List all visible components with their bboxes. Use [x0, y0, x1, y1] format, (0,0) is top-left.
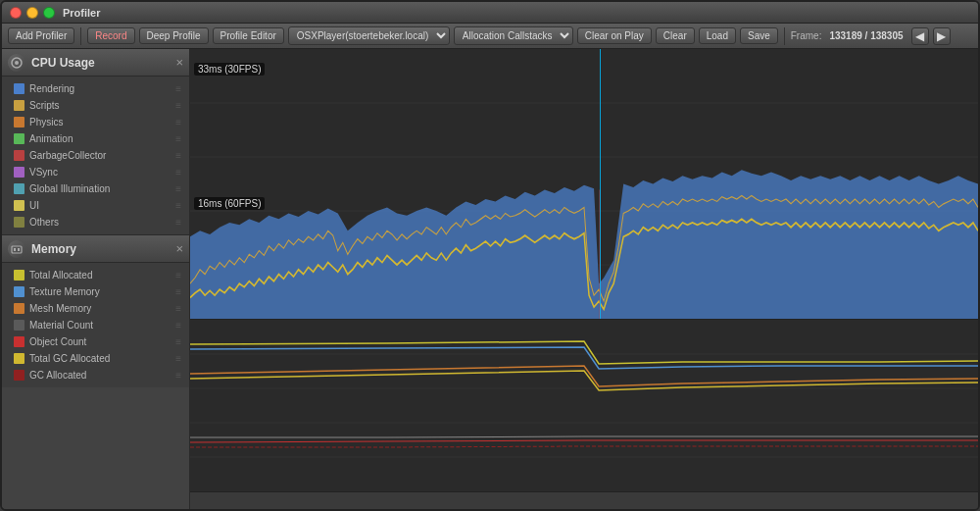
cpu-legend-item-gc[interactable]: GarbageCollector ≡: [2, 147, 189, 164]
cpu-legend-item-scripts[interactable]: Scripts ≡: [2, 97, 189, 114]
cpu-legend-item-physics[interactable]: Physics ≡: [2, 114, 189, 130]
save-button[interactable]: Save: [740, 27, 778, 44]
cpu-legend-label-rendering: Rendering: [29, 83, 74, 94]
cpu-section-header[interactable]: CPU Usage ×: [2, 49, 189, 77]
cpu-legend-item-rendering[interactable]: Rendering ≡: [2, 80, 189, 97]
memory-legend-item-material[interactable]: Material Count ≡: [2, 317, 189, 333]
cpu-close-button[interactable]: ×: [175, 55, 183, 70]
cpu-chart[interactable]: 33ms (30FPS) 16ms (60FPS): [190, 49, 978, 320]
cpu-legend-color-rendering: [14, 83, 24, 94]
cpu-legend-item-animation[interactable]: Animation ≡: [2, 130, 189, 147]
cpu-chart-svg: [190, 49, 978, 319]
memory-legend-grip-gc: ≡: [175, 370, 181, 381]
memory-chart-svg: [190, 320, 978, 491]
cpu-legend-color-vsync: [14, 167, 24, 178]
memory-legend-label-gc-total: Total GC Allocated: [29, 353, 110, 364]
cpu-legend-label-gi: Global Illumination: [29, 183, 110, 194]
memory-legend-color-total-alloc: [14, 270, 24, 281]
frame-value: 133189 / 138305: [829, 30, 903, 41]
memory-legend-label-object: Object Count: [29, 336, 86, 347]
memory-section-header[interactable]: Memory ×: [2, 235, 189, 263]
cpu-legend-item-others[interactable]: Others ≡: [2, 214, 189, 230]
cpu-legend-label-others: Others: [29, 217, 59, 228]
load-button[interactable]: Load: [699, 27, 736, 44]
svg-rect-4: [18, 248, 20, 251]
target-select[interactable]: OSXPlayer(stoertebeker.local): [288, 26, 450, 45]
memory-legend-color-material: [14, 320, 24, 331]
svg-point-1: [15, 61, 19, 65]
svg-rect-3: [14, 248, 16, 251]
cpu-panel-section: CPU Usage × Rendering ≡ Scripts ≡ Physic…: [2, 49, 189, 234]
memory-legend-item-object[interactable]: Object Count ≡: [2, 333, 189, 350]
memory-legend-grip-texture: ≡: [175, 286, 181, 297]
minimize-button[interactable]: [26, 7, 38, 19]
bottom-resize-bar: [190, 491, 978, 509]
cpu-legend-grip-vsync: ≡: [175, 167, 181, 178]
next-frame-button[interactable]: ▶: [933, 27, 951, 45]
memory-legend-label-texture: Texture Memory: [29, 286, 100, 297]
memory-legend-color-mesh: [14, 303, 24, 314]
memory-legend-item-total-alloc[interactable]: Total Allocated ≡: [2, 267, 189, 283]
cpu-legend-label-animation: Animation: [29, 133, 73, 144]
memory-legend-color-object: [14, 336, 24, 347]
left-panel: CPU Usage × Rendering ≡ Scripts ≡ Physic…: [2, 49, 190, 509]
memory-legend-grip-object: ≡: [175, 336, 181, 347]
cpu-legend-item-gi[interactable]: Global Illumination ≡: [2, 180, 189, 197]
memory-legend-label-mesh: Mesh Memory: [29, 303, 91, 314]
memory-section-title: Memory: [31, 242, 76, 256]
memory-legend-item-mesh[interactable]: Mesh Memory ≡: [2, 300, 189, 317]
cpu-legend-grip-scripts: ≡: [175, 100, 181, 111]
cpu-legend-grip-ui: ≡: [175, 200, 181, 211]
cpu-legend-color-gi: [14, 183, 24, 194]
cpu-legend-label-physics: Physics: [29, 117, 63, 128]
memory-legend-item-texture[interactable]: Texture Memory ≡: [2, 283, 189, 300]
clear-on-play-button[interactable]: Clear on Play: [577, 27, 652, 44]
cpu-legend-grip-rendering: ≡: [175, 83, 181, 94]
cpu-legend-grip-gc: ≡: [175, 150, 181, 161]
memory-legend-color-texture: [14, 286, 24, 297]
cpu-legend-item-ui[interactable]: UI ≡: [2, 197, 189, 214]
profiler-window: Profiler Add Profiler Record Deep Profil…: [0, 0, 980, 511]
cpu-legend-label-vsync: VSync: [29, 167, 58, 178]
title-bar: Profiler: [2, 2, 978, 24]
frame-label: Frame:: [791, 30, 822, 41]
close-button[interactable]: [10, 7, 22, 19]
memory-legend-item-gc[interactable]: GC Allocated ≡: [2, 367, 189, 383]
memory-legend-list: Total Allocated ≡ Texture Memory ≡ Mesh …: [2, 263, 189, 387]
cpu-legend-color-others: [14, 217, 24, 228]
cpu-section-title: CPU Usage: [31, 56, 95, 70]
svg-rect-2: [12, 246, 22, 253]
sep1: [80, 27, 81, 45]
cpu-legend-label-scripts: Scripts: [29, 100, 60, 111]
memory-legend-grip-mesh: ≡: [175, 303, 181, 314]
add-profiler-button[interactable]: Add Profiler: [8, 27, 74, 44]
chart-area: 33ms (30FPS) 16ms (60FPS): [190, 49, 978, 509]
memory-legend-label-material: Material Count: [29, 320, 93, 331]
memory-close-button[interactable]: ×: [175, 241, 183, 256]
cpu-legend-label-gc: GarbageCollector: [29, 150, 106, 161]
fps60-label: 16ms (60FPS): [194, 197, 265, 210]
clear-button[interactable]: Clear: [656, 27, 695, 44]
fps30-label: 33ms (30FPS): [194, 63, 265, 76]
profile-editor-button[interactable]: Profile Editor: [213, 27, 284, 44]
window-title: Profiler: [63, 7, 101, 19]
cpu-legend-grip-physics: ≡: [175, 117, 181, 128]
cpu-legend-color-ui: [14, 200, 24, 211]
memory-legend-grip-material: ≡: [175, 320, 181, 331]
memory-legend-grip-total-alloc: ≡: [175, 270, 181, 281]
memory-legend-label-total-alloc: Total Allocated: [29, 270, 93, 281]
record-button[interactable]: Record: [87, 27, 134, 44]
allocation-select[interactable]: Allocation Callstacks: [454, 26, 573, 45]
prev-frame-button[interactable]: ◀: [911, 27, 929, 45]
cpu-legend-color-physics: [14, 117, 24, 128]
cpu-legend-label-ui: UI: [29, 200, 39, 211]
cpu-marker-line: [600, 49, 601, 319]
memory-chart[interactable]: [190, 320, 978, 491]
cpu-legend-item-vsync[interactable]: VSync ≡: [2, 164, 189, 180]
memory-icon: [8, 240, 25, 258]
memory-legend-item-gc-total[interactable]: Total GC Allocated ≡: [2, 350, 189, 367]
maximize-button[interactable]: [43, 7, 55, 19]
cpu-legend-grip-others: ≡: [175, 217, 181, 228]
cpu-icon: [8, 54, 25, 72]
deep-profile-button[interactable]: Deep Profile: [139, 27, 209, 44]
